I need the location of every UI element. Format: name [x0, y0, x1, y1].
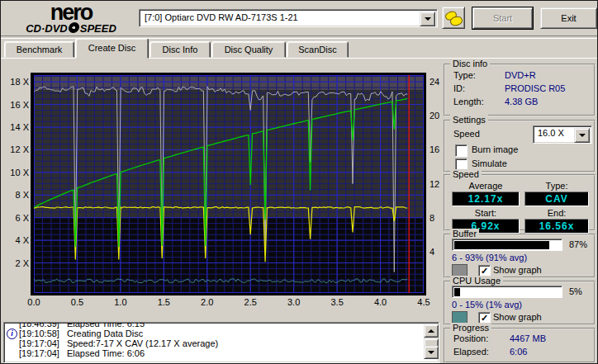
- elapsed-label: Elapsed:: [453, 347, 489, 357]
- logo-text-cddvdspeed: CD·DVDSPEED: [6, 22, 136, 35]
- position-value: 4467 MB: [510, 333, 546, 343]
- toolbar: nero CD·DVDSPEED [7:0] Optiarc DVD RW AD…: [1, 1, 597, 35]
- disc-id-label: ID:: [453, 83, 465, 93]
- buffer-group: Buffer 87% 6 - 93% (91% avg) ✓ Show grap…: [444, 234, 596, 278]
- checkmark-icon: ✓: [481, 266, 488, 276]
- y-axis-right-tick-label: 16: [430, 144, 443, 154]
- log-row: [19:17:04]Speed:7-17 X CAV (12.17 X aver…: [6, 338, 422, 348]
- end-speed-label: End:: [524, 208, 589, 218]
- cpu-percent: 5%: [569, 286, 582, 296]
- log-timestamp: [19:17:04]: [19, 348, 59, 358]
- checkmark-icon: ✓: [481, 313, 488, 323]
- tab-disc-info[interactable]: Disc Info: [150, 41, 211, 58]
- logo-cd-dvd-text: CD·DVD: [26, 22, 68, 35]
- y-axis-left-tick-label: 18 X: [4, 77, 29, 87]
- elapsed-value: 6:06: [510, 347, 527, 357]
- disc-type-value: DVD+R: [505, 70, 536, 80]
- burn-image-checkbox[interactable]: ✓: [455, 144, 467, 157]
- exit-button[interactable]: Exit: [540, 7, 597, 29]
- log-box[interactable]: [18:46:39]Elapsed Time: 6:15i[19:10:58]C…: [3, 322, 439, 363]
- disc-type-label: Type:: [453, 70, 476, 80]
- x-axis-tick-label: 2.5: [238, 297, 263, 307]
- logo-speed-text: SPEED: [80, 22, 116, 35]
- log-text: Creating Data Disc: [67, 329, 143, 338]
- y-axis-left-tick-label: 4 X: [4, 235, 29, 245]
- arrow-down-icon: [428, 351, 434, 354]
- chevron-down-icon: [579, 134, 586, 137]
- tab-scandisc[interactable]: ScanDisc: [287, 41, 349, 58]
- simulate-label: Simulate: [472, 158, 507, 168]
- x-axis-tick-label: 2.0: [195, 297, 220, 307]
- cpu-usage-title: CPU Usage: [450, 276, 503, 286]
- drive-select-dropdown-button[interactable]: [420, 12, 435, 26]
- average-speed-value: 12.17x: [452, 191, 520, 206]
- scroll-up-button[interactable]: [424, 324, 439, 338]
- y-axis-right-tick-label: 24: [430, 77, 443, 87]
- buffer-range: 6 - 93% (91% avg): [452, 253, 527, 262]
- speed-select-value: 16.0 X: [538, 128, 564, 138]
- tab-create-disc[interactable]: Create Disc: [75, 38, 149, 59]
- nero-logo: nero CD·DVDSPEED: [6, 2, 136, 35]
- log-lines: [18:46:39]Elapsed Time: 6:15i[19:10:58]C…: [6, 322, 422, 358]
- log-text: Speed:7-17 X CAV (12.17 X average): [67, 338, 218, 348]
- progress-title: Progress: [450, 323, 491, 333]
- speed-select[interactable]: 16.0 X: [533, 125, 592, 144]
- hand-button[interactable]: [442, 7, 465, 29]
- end-speed-value: 16.56x: [524, 219, 589, 234]
- log-icon-spacer: [7, 348, 16, 357]
- log-timestamp: [18:46:39]: [19, 322, 59, 329]
- burn-speed-chart: 18 X16 X14 X12 X10 X8 X6 X4 X2 X24201612…: [1, 59, 442, 323]
- speed-type-label: Type:: [524, 181, 589, 191]
- hand-icon: [444, 10, 463, 26]
- tab-strip: Benchmark Create Disc Disc Info Disc Qua…: [2, 38, 597, 58]
- y-axis-right-tick-label: 12: [430, 179, 443, 189]
- cpu-usage-group: CPU Usage 5% 0 - 15% (1% avg) ✓ Show gra…: [444, 281, 596, 325]
- x-axis-tick-label: 0.0: [21, 297, 46, 307]
- start-button[interactable]: Start: [472, 7, 533, 29]
- log-timestamp: [19:17:04]: [19, 338, 59, 348]
- log-scrollbar[interactable]: [424, 324, 437, 359]
- y-axis-left-tick-label: 10 X: [4, 168, 29, 177]
- y-axis-left-tick-label: 14 X: [4, 122, 29, 132]
- scroll-down-button[interactable]: [424, 346, 439, 359]
- y-axis-left-tick-label: 2 X: [4, 258, 29, 268]
- speed-setting-label: Speed: [453, 129, 480, 139]
- buffer-progress-bar: [452, 239, 562, 251]
- cpu-progress-bar: [452, 286, 562, 298]
- x-axis-tick-label: 1.5: [151, 297, 176, 307]
- disc-length-value: 4.38 GB: [505, 97, 538, 106]
- settings-title: Settings: [450, 115, 488, 125]
- logo-text-nero: nero: [6, 2, 136, 22]
- position-label: Position:: [453, 333, 488, 343]
- y-axis-right-tick-label: 20: [430, 111, 443, 121]
- log-row: [19:17:04]Elapsed Time: 6:06: [6, 348, 422, 358]
- disc-info-group: Disc info Type: DVD+R ID: PRODISC R05 Le…: [444, 64, 596, 116]
- cpu-progress-fill: [454, 288, 460, 296]
- disc-id-value: PRODISC R05: [505, 83, 565, 93]
- buffer-show-graph-label: Show graph: [493, 265, 542, 275]
- speed-select-dropdown-button[interactable]: [574, 128, 590, 143]
- create-disc-page: 18 X16 X14 X12 X10 X8 X6 X4 X2 X24201612…: [1, 58, 598, 364]
- drive-select[interactable]: [7:0] Optiarc DVD RW AD-7173S 1-21: [139, 9, 438, 27]
- disc-info-title: Disc info: [450, 59, 490, 69]
- x-axis-tick-label: 4.0: [368, 297, 393, 307]
- y-axis-right-tick-label: 8: [430, 213, 443, 223]
- x-axis-tick-label: 3.0: [282, 297, 306, 307]
- chevron-down-icon: [425, 17, 431, 21]
- log-icon-spacer: [7, 322, 16, 328]
- buffer-progress-fill: [454, 241, 549, 249]
- log-text: Elapsed Time: 6:15: [67, 322, 145, 329]
- disc-length-label: Length:: [453, 97, 484, 106]
- buffer-title: Buffer: [450, 229, 479, 239]
- y-axis-left-tick-label: 16 X: [4, 100, 29, 110]
- tab-disc-quality[interactable]: Disc Quality: [211, 41, 286, 58]
- drive-select-value: [7:0] Optiarc DVD RW AD-7173S 1-21: [145, 12, 298, 22]
- burn-image-label: Burn image: [472, 144, 518, 154]
- tab-benchmark[interactable]: Benchmark: [4, 41, 74, 58]
- log-row: [18:46:39]Elapsed Time: 6:15: [6, 322, 422, 329]
- average-speed-label: Average: [452, 181, 520, 191]
- log-row: i[19:10:58]Creating Data Disc: [6, 329, 422, 338]
- start-speed-label: Start:: [452, 208, 520, 218]
- speed-type-value: CAV: [524, 191, 589, 206]
- log-text: Elapsed Time: 6:06: [67, 348, 145, 358]
